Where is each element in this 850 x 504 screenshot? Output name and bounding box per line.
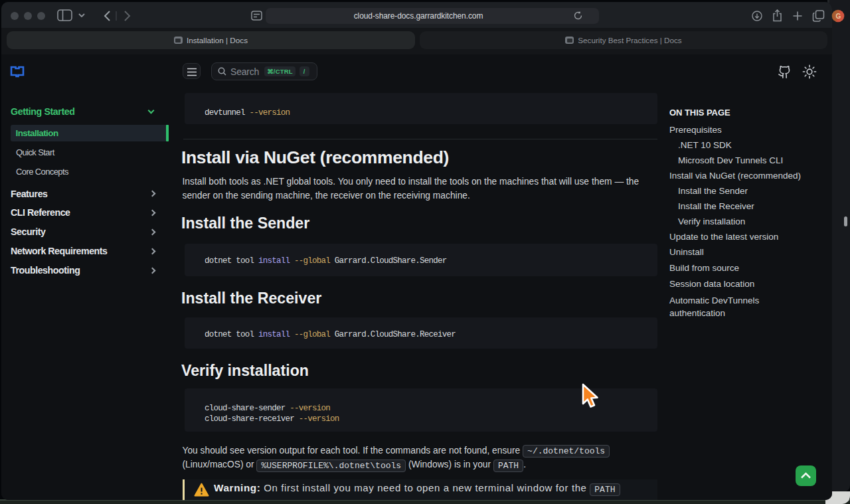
svg-text:G: G (836, 12, 841, 19)
